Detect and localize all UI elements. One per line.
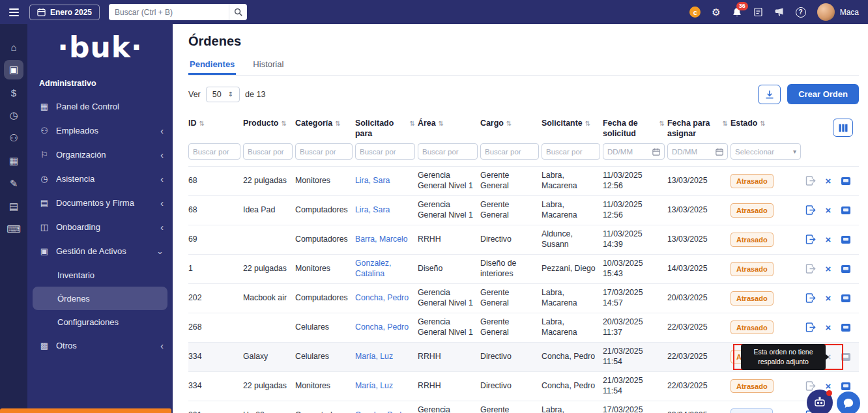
attachment-button[interactable] (840, 175, 852, 187)
cancel-order-button[interactable]: × (822, 292, 834, 304)
deliver-order-button[interactable] (805, 234, 817, 246)
requested-for-link[interactable]: Concha, Pedro (355, 322, 409, 332)
create-order-button[interactable]: Crear Orden (787, 84, 859, 104)
sidebar-item-ordenes[interactable]: Órdenes (33, 287, 167, 310)
deliver-order-button[interactable] (805, 263, 817, 275)
requested-for-link[interactable]: Barra, Marcelo (355, 235, 408, 244)
col-header-estado[interactable]: Estado⇅ (731, 119, 801, 129)
tab-pendientes[interactable]: Pendientes (188, 57, 236, 75)
sidebar-item-panel-de-control[interactable]: ▦Panel de Control (27, 94, 173, 119)
sidebar-item-otros[interactable]: ▩Otros‹ (27, 334, 173, 358)
sort-icon[interactable]: ⇅ (439, 120, 444, 128)
attachment-button[interactable] (840, 380, 852, 392)
col-header-id[interactable]: ID⇅ (188, 119, 240, 129)
col-header-fecha-de-solicitud[interactable]: Fecha de solicitud⇅ (603, 119, 665, 139)
requested-for-link[interactable]: Lira, Sara (355, 205, 390, 214)
col-header-solicitado-para[interactable]: Solicitado para⇅ (355, 119, 415, 139)
filter-input-solicitante[interactable] (542, 143, 600, 160)
filter-input-id[interactable] (188, 143, 240, 160)
filter-input-producto[interactable] (243, 143, 293, 160)
settings-gear-icon[interactable]: ⚙ (712, 7, 720, 17)
sort-icon[interactable]: ⇅ (506, 120, 512, 128)
filter-input-area[interactable] (418, 143, 478, 160)
requested-for-link[interactable]: María, Luz (355, 352, 393, 361)
attachment-button[interactable] (840, 351, 852, 363)
filter-input-cargo[interactable] (480, 143, 539, 160)
sidebar-item-organizacion[interactable]: ⚐Organización‹ (27, 143, 173, 167)
avatar[interactable] (817, 3, 835, 21)
sidebar-item-configuraciones[interactable]: Configuraciones (27, 310, 173, 334)
col-header-area[interactable]: Área⇅ (418, 119, 478, 129)
deliver-order-button[interactable] (805, 322, 817, 334)
table-row[interactable]: 33422 pulgadasMonitoresMaría, LuzRRHHDir… (188, 371, 859, 401)
attachment-button[interactable] (840, 322, 852, 334)
table-row[interactable]: 69ComputadoresBarra, MarceloRRHHDirectiv… (188, 225, 859, 254)
deliver-order-button[interactable] (805, 292, 817, 304)
filter-date-fecha-de-solicitud[interactable]: DD/MM (603, 143, 665, 160)
user-name[interactable]: Maca (840, 8, 859, 17)
sidebar-item-onboarding[interactable]: ◫Onboarding‹ (27, 215, 173, 239)
sort-icon[interactable]: ⇅ (335, 120, 340, 128)
tab-historial[interactable]: Historial (252, 57, 285, 75)
requested-for-link[interactable]: Lira, Sara (355, 176, 390, 185)
cancel-order-button[interactable]: × (822, 351, 834, 363)
assistant-fab[interactable] (807, 390, 833, 413)
requested-for-link[interactable]: María, Luz (355, 381, 393, 390)
search-input[interactable] (109, 8, 229, 17)
table-row[interactable]: 201Hp 22ComputadoresConcha, PedroGerenci… (188, 401, 859, 413)
sidebar-item-inventario[interactable]: Inventario (27, 263, 173, 287)
chat-fab[interactable] (837, 392, 860, 413)
cancel-order-button[interactable]: × (822, 263, 834, 275)
home-rail-icon[interactable]: ⌂ (4, 37, 23, 57)
news-icon[interactable] (753, 7, 763, 17)
attachment-button[interactable] (840, 263, 852, 275)
sort-icon[interactable]: ⇅ (659, 120, 665, 128)
time-rail-icon[interactable]: ◷ (4, 106, 23, 125)
sidebar-item-asistencia[interactable]: ◷Asistencia‹ (27, 167, 173, 191)
table-row[interactable]: 122 pulgadasMonitoresGonzalez, CatalinaD… (188, 254, 859, 283)
sort-icon[interactable]: ⇅ (410, 120, 415, 128)
deliver-order-button[interactable] (805, 351, 817, 363)
filter-select-estado[interactable]: Seleccionar▾ (731, 143, 801, 160)
table-row[interactable]: 334GalaxyCelularesMaría, LuzRRHHDirectiv… (188, 342, 859, 371)
menu-toggle-button[interactable] (7, 6, 22, 19)
training-rail-icon[interactable]: ✎ (4, 174, 23, 193)
notifications-button[interactable]: 36 (732, 7, 742, 18)
filter-date-fecha-para-asignar[interactable]: DD/MM (667, 143, 728, 160)
sidebar-item-empleados[interactable]: ⚇Empleados‹ (27, 119, 173, 143)
search-icon[interactable] (229, 4, 247, 20)
calendar-rail-icon[interactable]: ▦ (4, 151, 23, 171)
table-row[interactable]: 202Macbook airComputadoresConcha, PedroG… (188, 283, 859, 313)
help-icon[interactable]: ? (796, 7, 806, 18)
sort-icon[interactable]: ⇅ (723, 120, 728, 128)
sort-icon[interactable]: ⇅ (760, 120, 765, 128)
col-header-producto[interactable]: Producto⇅ (243, 119, 293, 129)
sidebar-item-gestion-de-activos[interactable]: ▣Gestión de Activos⌄ (27, 239, 173, 263)
cancel-order-button[interactable]: × (822, 175, 834, 187)
requested-for-link[interactable]: Concha, Pedro (355, 293, 409, 302)
download-button[interactable] (758, 85, 781, 104)
requested-for-link[interactable]: Concha, Pedro (355, 410, 409, 413)
table-row[interactable]: 6822 pulgadasMonitoresLira, SaraGerencia… (188, 166, 859, 195)
people-rail-icon[interactable]: ⚇ (4, 128, 23, 148)
deliver-order-button[interactable] (805, 175, 817, 187)
rewards-coin-icon[interactable]: c (689, 7, 701, 18)
cancel-order-button[interactable]: × (822, 322, 834, 334)
table-row[interactable]: 268CelularesConcha, PedroGerencia Genera… (188, 313, 859, 342)
col-header-cargo[interactable]: Cargo⇅ (480, 119, 539, 129)
col-header-solicitante[interactable]: Solicitante⇅ (542, 119, 600, 129)
cancel-order-button[interactable]: × (822, 234, 834, 246)
assets-rail-icon[interactable]: ▣ (4, 60, 23, 79)
announcements-megaphone-icon[interactable] (774, 7, 785, 17)
cancel-order-button[interactable]: × (822, 205, 834, 216)
requested-for-link[interactable]: Gonzalez, Catalina (355, 259, 391, 278)
col-header-fecha-para-asignar[interactable]: Fecha para asignar⇅ (667, 119, 728, 139)
page-size-select[interactable]: 50 ⇕ (206, 87, 240, 102)
sidebar-item-documentos-y-firma[interactable]: ▤Documentos y Firma‹ (27, 191, 173, 215)
col-header-categoria[interactable]: Categoría⇅ (295, 119, 353, 129)
devices-rail-icon[interactable]: ⌨ (4, 220, 23, 239)
filter-input-categoria[interactable] (295, 143, 353, 160)
sort-icon[interactable]: ⇅ (199, 120, 204, 128)
filter-input-solicitado-para[interactable] (355, 143, 415, 160)
sort-icon[interactable]: ⇅ (585, 120, 590, 128)
